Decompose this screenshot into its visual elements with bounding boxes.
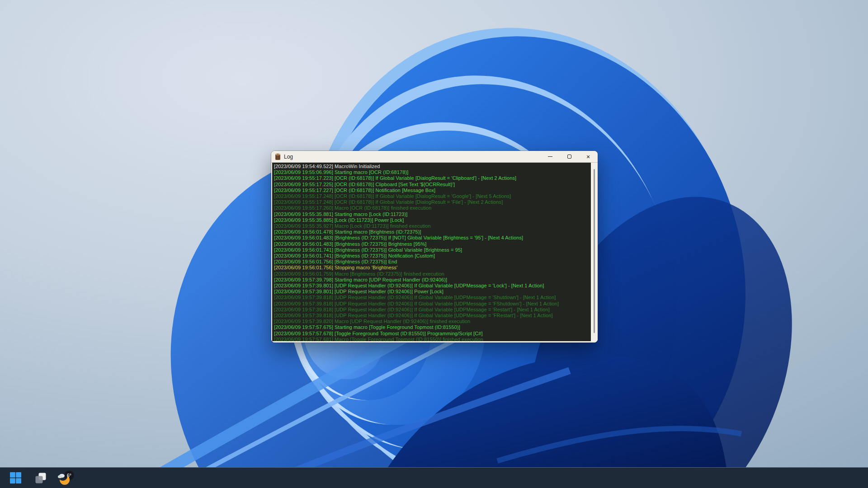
log-line: [2023/06/09 19:55:17.248] [OCR (ID:68178… bbox=[274, 193, 589, 199]
weather-temperature: 6° bbox=[67, 473, 71, 478]
log-line: [2023/06/09 19:55:17.248] [OCR (ID:68178… bbox=[274, 199, 589, 205]
log-app-icon bbox=[275, 153, 281, 160]
log-output[interactable]: [2023/06/09 19:54:49.522] MacroWin Initi… bbox=[272, 163, 591, 341]
task-view-button[interactable] bbox=[32, 469, 50, 487]
log-line: [2023/06/09 19:54:49.522] MacroWin Initi… bbox=[274, 164, 589, 169]
log-line: [2023/06/09 19:57:39.818] [UDP Request H… bbox=[274, 295, 589, 300]
log-line: [2023/06/09 19:55:06.996] Starting macro… bbox=[274, 169, 589, 175]
close-button[interactable]: × bbox=[579, 151, 598, 162]
start-button[interactable] bbox=[6, 469, 24, 487]
weather-widget[interactable]: 6° bbox=[57, 469, 75, 487]
log-line: [2023/06/09 19:55:17.227] [OCR (ID:68178… bbox=[274, 188, 589, 193]
log-line: [2023/06/09 19:57:57.675] Starting macro… bbox=[274, 324, 589, 330]
log-line: [2023/06/09 19:56:01.483] [Brightness (I… bbox=[274, 241, 589, 247]
window-titlebar[interactable]: Log × bbox=[271, 151, 598, 163]
maximize-button[interactable] bbox=[560, 151, 579, 162]
log-line: [2023/06/09 19:56:01.756] [Brightness (I… bbox=[274, 259, 589, 265]
windows-logo-icon bbox=[10, 472, 21, 483]
log-line: [2023/06/09 19:56:01.483] [Brightness (I… bbox=[274, 235, 589, 241]
log-line: [2023/06/09 19:55:17.225] [OCR (ID:68178… bbox=[274, 182, 589, 188]
scrollbar-thumb[interactable] bbox=[594, 169, 595, 333]
log-line: [2023/06/09 19:56:01.759] Macro [Brightn… bbox=[274, 271, 589, 277]
minimize-icon bbox=[548, 156, 552, 157]
task-view-icon bbox=[35, 472, 47, 484]
weather-icon: 6° bbox=[57, 470, 75, 486]
taskbar: 6° bbox=[0, 467, 868, 488]
log-line: [2023/06/09 19:57:57.678] [Toggle Foregr… bbox=[274, 331, 589, 337]
log-line: [2023/06/09 19:57:39.801] [UDP Request H… bbox=[274, 283, 589, 289]
log-line: [2023/06/09 19:55:35.927] Macro [Lock (I… bbox=[274, 223, 589, 229]
log-line: [2023/06/09 19:57:39.818] [UDP Request H… bbox=[274, 313, 589, 319]
log-line: [2023/06/09 19:55:35.885] [Lock (ID:1172… bbox=[274, 217, 589, 223]
log-line: [2023/06/09 19:55:17.260] Macro [OCR (ID… bbox=[274, 205, 589, 211]
log-line: [2023/06/09 19:57:39.820] Macro [UDP Req… bbox=[274, 319, 589, 324]
log-scrollbar[interactable] bbox=[591, 163, 598, 341]
log-line: [2023/06/09 19:56:01.741] [Brightness (I… bbox=[274, 247, 589, 253]
log-line: [2023/06/09 19:57:57.681] Macro [Toggle … bbox=[274, 337, 589, 341]
log-line: [2023/06/09 19:57:39.818] [UDP Request H… bbox=[274, 307, 589, 313]
log-line: [2023/06/09 19:56:01.756] Stopping macro… bbox=[274, 265, 589, 271]
close-icon: × bbox=[586, 154, 590, 160]
log-line: [2023/06/09 19:57:39.818] [UDP Request H… bbox=[274, 301, 589, 307]
window-title: Log bbox=[284, 154, 293, 160]
log-window: Log × [2023/06/09 19:54:49.522] MacroWin… bbox=[271, 151, 598, 343]
log-line: [2023/06/09 19:57:39.798] Starting macro… bbox=[274, 277, 589, 283]
log-line: [2023/06/09 19:57:39.801] [UDP Request H… bbox=[274, 289, 589, 295]
log-line: [2023/06/09 19:56:01.478] Starting macro… bbox=[274, 229, 589, 235]
window-body: [2023/06/09 19:54:49.522] MacroWin Initi… bbox=[271, 163, 598, 343]
log-line: [2023/06/09 19:55:17.223] [OCR (ID:68178… bbox=[274, 175, 589, 181]
log-line: [2023/06/09 19:55:35.881] Starting macro… bbox=[274, 211, 589, 217]
log-line: [2023/06/09 19:56:01.741] [Brightness (I… bbox=[274, 253, 589, 259]
minimize-button[interactable] bbox=[541, 151, 560, 162]
maximize-icon bbox=[567, 155, 571, 159]
